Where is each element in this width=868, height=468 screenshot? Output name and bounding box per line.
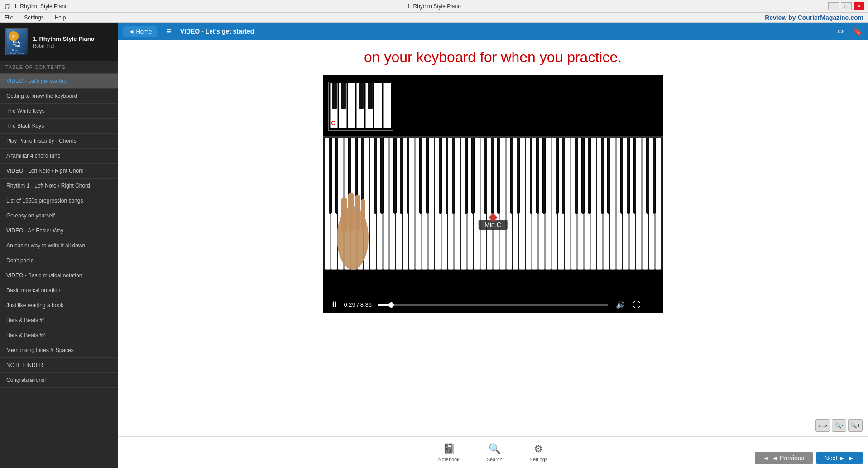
white-key-18[interactable] xyxy=(441,138,447,270)
toc-item-17[interactable]: Bars & Beats #2 xyxy=(0,328,118,343)
white-key-9[interactable] xyxy=(383,138,389,270)
close-button[interactable]: ✕ xyxy=(854,2,864,10)
white-key-33[interactable] xyxy=(538,138,544,270)
black-key-49[interactable] xyxy=(646,138,649,214)
white-key-44[interactable] xyxy=(610,138,616,270)
window-controls[interactable]: — □ ✕ xyxy=(828,2,864,10)
black-key-29[interactable] xyxy=(517,138,520,214)
zoom-in-button[interactable]: 🔍+ xyxy=(848,419,863,432)
toc-item-12[interactable]: Don't panic! xyxy=(0,253,118,268)
pause-button[interactable]: ⏸ xyxy=(329,300,340,309)
toolbar-settings[interactable]: ⚙ Settings xyxy=(530,443,548,462)
white-key-45[interactable] xyxy=(616,138,622,270)
toc-item-11[interactable]: An easier way to write it all down xyxy=(0,238,118,253)
volume-button[interactable]: 🔊 xyxy=(614,299,627,310)
white-key-21[interactable] xyxy=(461,138,467,270)
white-key-51[interactable] xyxy=(655,138,661,270)
toc-item-18[interactable]: Memorising Lines & Spaces xyxy=(0,343,118,358)
white-key-46[interactable] xyxy=(623,138,628,270)
black-key-17[interactable] xyxy=(439,138,442,214)
white-key-10[interactable] xyxy=(389,138,395,270)
white-key-42[interactable] xyxy=(597,138,603,270)
fit-width-button[interactable]: ⟺ xyxy=(815,419,830,432)
black-key-46[interactable] xyxy=(627,138,630,214)
white-key-36[interactable] xyxy=(558,138,564,270)
white-key-17[interactable] xyxy=(435,138,441,270)
menu-help[interactable]: Help xyxy=(52,14,69,22)
white-key-34[interactable] xyxy=(545,138,551,270)
black-key-36[interactable] xyxy=(562,138,565,214)
toc-item-6[interactable]: VIDEO - Left Note / Right Chord xyxy=(0,164,118,179)
more-options-button[interactable]: ⋮ xyxy=(647,299,657,310)
black-key-32[interactable] xyxy=(536,138,539,214)
white-key-35[interactable] xyxy=(551,138,557,270)
white-key-29[interactable] xyxy=(513,138,518,270)
toc-item-7[interactable]: Rhythm 1 - Left Note / Right Chord xyxy=(0,179,118,193)
toc-item-13[interactable]: VIDEO - Basic musical notation xyxy=(0,268,118,283)
home-button[interactable]: ◄ Home xyxy=(123,26,157,37)
black-key-10[interactable] xyxy=(393,138,397,214)
white-key-23[interactable] xyxy=(474,138,480,270)
black-key-22[interactable] xyxy=(471,138,475,214)
black-key-50[interactable] xyxy=(653,138,656,214)
menu-settings[interactable]: Settings xyxy=(21,14,46,22)
maximize-button[interactable]: □ xyxy=(841,2,852,10)
white-key-19[interactable] xyxy=(448,138,454,270)
black-key-47[interactable] xyxy=(633,138,637,214)
white-key-16[interactable] xyxy=(428,138,434,270)
black-key-11[interactable] xyxy=(400,138,403,214)
next-button[interactable]: Next ► ► xyxy=(816,452,863,464)
hamburger-icon[interactable]: ≡ xyxy=(163,25,175,38)
toc-item-19[interactable]: NOTE FINDER xyxy=(0,358,118,373)
white-key-22[interactable] xyxy=(467,138,473,270)
black-key-38[interactable] xyxy=(575,138,578,214)
black-key-43[interactable] xyxy=(607,138,610,214)
black-key-21[interactable] xyxy=(465,138,468,214)
toc-item-8[interactable]: List of 1950s progression songs xyxy=(0,193,118,208)
white-key-15[interactable] xyxy=(422,138,428,270)
white-key-38[interactable] xyxy=(571,138,577,270)
black-key-14[interactable] xyxy=(419,138,422,214)
black-key-25[interactable] xyxy=(491,138,494,214)
black-key-31[interactable] xyxy=(530,138,533,214)
black-key-39[interactable] xyxy=(581,138,585,214)
toc-item-9[interactable]: Go easy on yourself xyxy=(0,208,118,223)
white-key-24[interactable] xyxy=(480,138,486,270)
black-key-19[interactable] xyxy=(452,138,455,214)
toc-item-0[interactable]: VIDEO - Let's get started xyxy=(0,74,118,89)
white-key-14[interactable] xyxy=(415,138,421,270)
white-key-32[interactable] xyxy=(532,138,538,270)
black-key-8[interactable] xyxy=(380,138,384,214)
white-key-47[interactable] xyxy=(629,138,635,270)
white-key-28[interactable] xyxy=(506,138,512,270)
black-key-33[interactable] xyxy=(542,138,546,214)
nav-forward-arrow[interactable]: ✏ 🔖 xyxy=(838,26,863,37)
toolbar-notebook[interactable]: 📓 Notebook xyxy=(438,443,460,462)
toc-item-16[interactable]: Bars & Beats #1 xyxy=(0,313,118,328)
white-key-43[interactable] xyxy=(603,138,609,270)
black-key-45[interactable] xyxy=(620,138,623,214)
black-key-15[interactable] xyxy=(426,138,429,214)
white-key-31[interactable] xyxy=(526,138,532,270)
white-key-40[interactable] xyxy=(584,138,590,270)
white-key-37[interactable] xyxy=(565,138,571,270)
white-key-25[interactable] xyxy=(487,138,493,270)
menu-file[interactable]: File xyxy=(2,14,16,22)
progress-thumb[interactable] xyxy=(388,302,394,308)
zoom-out-button[interactable]: 🔍- xyxy=(832,419,846,432)
toc-item-5[interactable]: A familiar 4 chord tune xyxy=(0,149,118,164)
toc-item-10[interactable]: VIDEO - An Easier Way xyxy=(0,223,118,238)
white-key-12[interactable] xyxy=(403,138,408,270)
toc-item-4[interactable]: Play Piano Instantly - Chords xyxy=(0,134,118,149)
black-key-40[interactable] xyxy=(588,138,591,214)
toolbar-search[interactable]: 🔍 Search xyxy=(487,443,503,462)
white-key-48[interactable] xyxy=(636,138,642,270)
toc-item-2[interactable]: The White Keys xyxy=(0,104,118,119)
white-key-41[interactable] xyxy=(590,138,596,270)
white-key-30[interactable] xyxy=(519,138,525,270)
white-key-39[interactable] xyxy=(577,138,583,270)
black-key-24[interactable] xyxy=(484,138,487,214)
black-key-35[interactable] xyxy=(556,138,559,214)
white-key-27[interactable] xyxy=(499,138,505,270)
black-key-26[interactable] xyxy=(497,138,500,214)
